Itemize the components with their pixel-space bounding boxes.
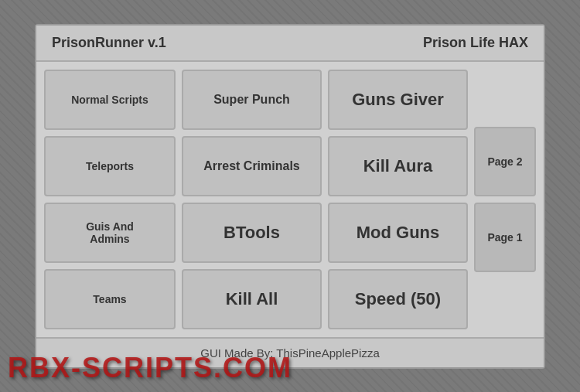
- panel-content: Normal Scripts Teleports Guis And Admins…: [36, 62, 544, 337]
- super-punch-button[interactable]: Super Punch: [182, 70, 322, 130]
- teleports-button[interactable]: Teleports: [44, 136, 176, 196]
- page-2-button[interactable]: Page 2: [474, 127, 536, 196]
- header-left: PrisonRunner v.1: [52, 35, 166, 51]
- btools-button[interactable]: BTools: [182, 203, 322, 263]
- mod-guns-button[interactable]: Mod Guns: [328, 203, 468, 263]
- header-right: Prison Life HAX: [423, 35, 528, 51]
- kill-all-button[interactable]: Kill All: [182, 269, 322, 329]
- teams-button[interactable]: Teams: [44, 269, 176, 329]
- kill-aura-button[interactable]: Kill Aura: [328, 136, 468, 196]
- right-column: Guns Giver Kill Aura Mod Guns Speed (50): [328, 70, 468, 329]
- main-panel: PrisonRunner v.1 Prison Life HAX Normal …: [35, 24, 545, 369]
- guis-admins-button[interactable]: Guis And Admins: [44, 203, 176, 263]
- guns-giver-button[interactable]: Guns Giver: [328, 70, 468, 130]
- speed-button[interactable]: Speed (50): [328, 269, 468, 329]
- page-column: Page 2 Page 1: [474, 70, 536, 329]
- page-1-button[interactable]: Page 1: [474, 203, 536, 272]
- panel-header: PrisonRunner v.1 Prison Life HAX: [36, 26, 544, 62]
- middle-column: Super Punch Arrest Criminals BTools Kill…: [182, 70, 322, 329]
- arrest-criminals-button[interactable]: Arrest Criminals: [182, 136, 322, 196]
- normal-scripts-button[interactable]: Normal Scripts: [44, 70, 176, 130]
- watermark: RBX-SCRIPTS.COM: [8, 352, 292, 384]
- left-column: Normal Scripts Teleports Guis And Admins…: [44, 70, 176, 329]
